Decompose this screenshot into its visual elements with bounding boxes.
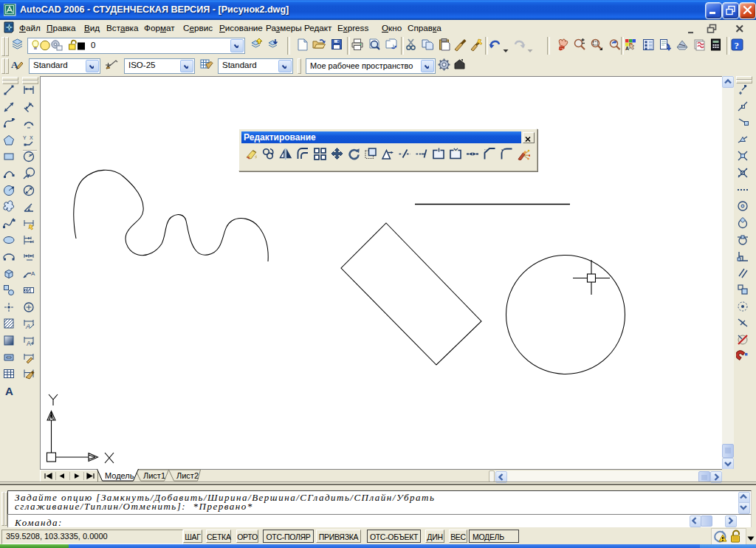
svg-text:A: A — [31, 270, 35, 277]
svg-text:A: A — [5, 385, 13, 397]
svg-text:Лист2: Лист2 — [176, 471, 199, 480]
svg-text:A: A — [625, 46, 629, 51]
svg-text:A: A — [25, 323, 30, 330]
svg-text:Y: Y — [23, 135, 27, 140]
svg-text:Модель: Модель — [105, 471, 134, 480]
svg-text:A: A — [27, 340, 31, 347]
svg-text:?: ? — [735, 40, 740, 51]
svg-text:X: X — [30, 135, 33, 140]
svg-text:Лист1: Лист1 — [143, 471, 165, 480]
